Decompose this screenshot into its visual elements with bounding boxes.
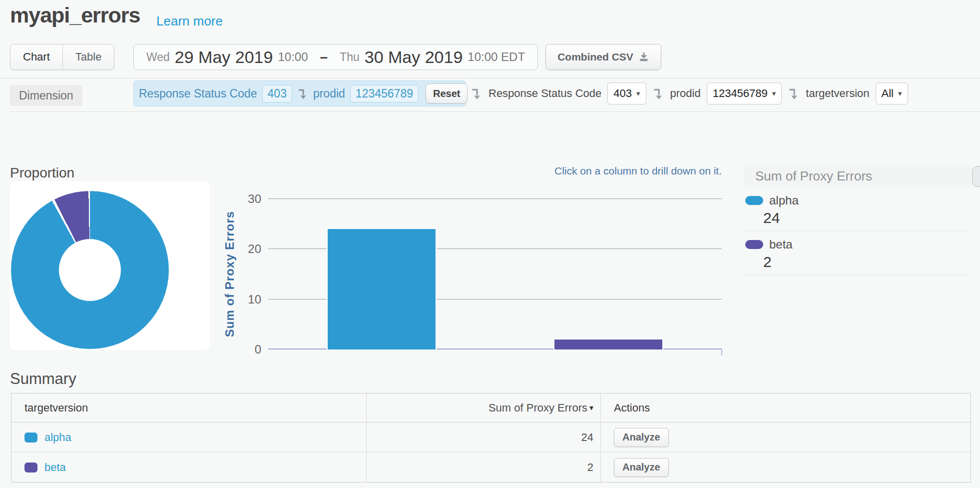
legend-item-beta: beta 2 <box>744 231 971 275</box>
tab-chart[interactable]: Chart <box>10 44 62 70</box>
legend-value: 2 <box>763 254 971 270</box>
table-row-alpha-value: 24 <box>367 422 601 452</box>
y-tick-label: 0 <box>235 343 261 356</box>
column-header-actions: Actions <box>601 394 971 422</box>
donut-chart[interactable] <box>11 191 169 349</box>
legend-label: beta <box>769 238 793 252</box>
prodid-select[interactable]: 123456789 ▾ <box>707 82 782 104</box>
page-title: myapi_errors <box>10 3 140 28</box>
filter-controls: Response Status Code 403 ▾ prodid 123456… <box>471 80 908 106</box>
caret-down-icon: ▾ <box>898 89 902 98</box>
end-day: Thu <box>340 50 360 64</box>
chart-legend: Sum of Proxy Errors alpha 24 beta 2 <box>744 165 971 275</box>
level-down-icon <box>471 86 483 100</box>
legend-value: 24 <box>763 210 971 226</box>
summary-table: targetversion Sum of Proxy Errors ▾ Acti… <box>11 393 971 482</box>
filter-label-prodid: prodid <box>670 87 701 100</box>
analytics-dashboard: myapi_errors Learn more Chart Table Wed … <box>0 0 980 488</box>
csv-button-label: Combined CSV <box>557 51 633 63</box>
crumb-value-1[interactable]: 403 <box>262 85 292 102</box>
y-tick-label: 10 <box>235 293 261 306</box>
caret-down-icon: ▾ <box>772 89 776 98</box>
download-icon <box>638 52 649 62</box>
status-code-value: 403 <box>613 87 632 100</box>
gridline <box>268 198 722 199</box>
axis-end-tick <box>721 350 722 356</box>
donut-hole <box>59 239 121 301</box>
prodid-value: 123456789 <box>713 87 768 100</box>
bar-beta[interactable] <box>553 338 663 350</box>
table-row-alpha-actions: Analyze <box>601 422 971 452</box>
level-down-icon <box>652 86 664 100</box>
alpha-swatch <box>24 432 37 442</box>
start-date: 29 May 2019 <box>175 48 273 67</box>
analyze-button[interactable]: Analyze <box>614 458 669 477</box>
table-row-beta-value: 2 <box>367 452 601 482</box>
start-time: 10:00 <box>278 50 308 64</box>
end-time: 10:00 EDT <box>468 50 525 64</box>
view-toggle: Chart Table <box>10 44 114 70</box>
level-down-icon <box>788 86 800 100</box>
clipped-side-button[interactable] <box>972 166 980 187</box>
column-header-sum-sortable[interactable]: Sum of Proxy Errors ▾ <box>367 394 601 422</box>
caret-down-icon: ▾ <box>636 89 640 98</box>
column-header-sum-label: Sum of Proxy Errors <box>489 402 587 414</box>
filter-label-status-code: Response Status Code <box>489 87 601 100</box>
table-row-beta-actions: Analyze <box>601 452 971 482</box>
targetversion-select[interactable]: All ▾ <box>876 82 908 104</box>
legend-item-alpha: alpha 24 <box>744 187 971 231</box>
beta-swatch <box>745 240 763 249</box>
tab-table[interactable]: Table <box>62 44 114 70</box>
combined-csv-button[interactable]: Combined CSV <box>545 44 661 70</box>
learn-more-link[interactable]: Learn more <box>156 14 223 29</box>
beta-swatch <box>24 462 37 472</box>
proportion-card <box>10 181 210 350</box>
y-tick-label: 20 <box>235 242 261 256</box>
level-down-icon <box>297 87 308 100</box>
column-header-targetversion: targetversion <box>11 394 367 422</box>
crumb-dimension-2: prodid <box>313 87 345 100</box>
table-row-alpha-name: alpha <box>11 422 367 452</box>
legend-title: Sum of Proxy Errors <box>744 165 971 187</box>
filter-label-targetversion: targetversion <box>806 87 869 100</box>
table-row-beta-name: beta <box>11 452 367 482</box>
crumb-dimension-1: Response Status Code <box>139 87 257 100</box>
drilldown-hint: Click on a column to drill down on it. <box>400 165 722 177</box>
bar-alpha[interactable] <box>327 228 437 350</box>
summary-title: Summary <box>10 370 76 388</box>
crumb-value-2[interactable]: 123456789 <box>350 85 419 102</box>
y-axis-title: Sum of Proxy Errors <box>223 211 237 337</box>
start-day: Wed <box>146 50 170 64</box>
sort-desc-icon: ▾ <box>589 403 593 412</box>
divider <box>10 112 980 112</box>
drilldown-breadcrumb[interactable]: Response Status Code 403 prodid 12345678… <box>133 80 466 106</box>
dimension-label: Dimension <box>10 85 82 106</box>
beta-link[interactable]: beta <box>44 461 66 474</box>
y-tick-label: 30 <box>235 192 261 206</box>
alpha-swatch <box>745 196 763 205</box>
date-range-picker[interactable]: Wed 29 May 2019 10:00 – Thu 30 May 2019 … <box>133 44 538 70</box>
targetversion-value: All <box>882 87 894 100</box>
alpha-link[interactable]: alpha <box>44 431 71 444</box>
reset-button[interactable]: Reset <box>426 84 468 104</box>
divider <box>0 78 980 78</box>
end-date: 30 May 2019 <box>365 48 463 67</box>
bar-chart: 0102030 <box>268 199 722 350</box>
analyze-button[interactable]: Analyze <box>614 428 669 447</box>
status-code-select[interactable]: 403 ▾ <box>607 82 646 104</box>
proportion-title: Proportion <box>10 165 74 181</box>
legend-label: alpha <box>769 194 799 208</box>
date-range-separator: – <box>320 49 328 65</box>
